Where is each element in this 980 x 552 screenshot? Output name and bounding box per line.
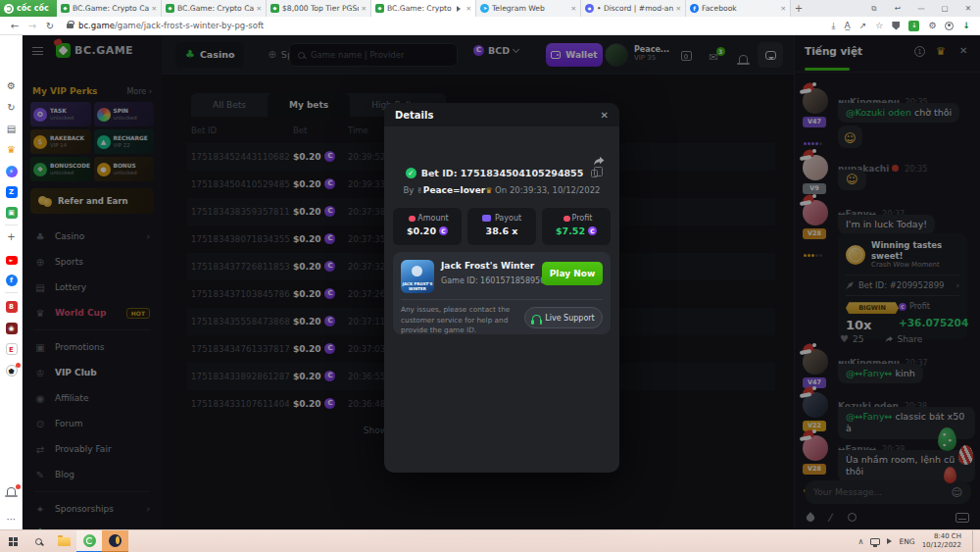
reading-list-icon[interactable]: ▤ bbox=[0, 124, 23, 134]
downloads-icon[interactable]: ↓ bbox=[962, 21, 970, 30]
sidebar-item-blog[interactable]: ✎Blog bbox=[23, 462, 162, 487]
app-taskbar-button[interactable] bbox=[102, 530, 128, 552]
chat-close-icon[interactable]: ✕ bbox=[959, 45, 967, 56]
start-button[interactable] bbox=[0, 530, 25, 552]
tip-coin-icon[interactable] bbox=[848, 513, 857, 522]
show-desktop-button[interactable] bbox=[972, 530, 976, 552]
notification-bell-icon[interactable] bbox=[0, 486, 23, 497]
tab-close-icon[interactable]: ✕ bbox=[152, 5, 157, 13]
soccer-ball-icon[interactable]: ⬟ bbox=[0, 365, 23, 376]
address-bar[interactable]: bc.game/game/jack-frost-s-winter-by-pg-s… bbox=[78, 21, 264, 30]
tab-close-icon[interactable]: ✕ bbox=[571, 5, 576, 13]
refer-and-earn-banner[interactable]: Refer and Earn bbox=[30, 188, 154, 214]
tab-my-bets[interactable]: My bets bbox=[268, 93, 350, 117]
tab-close-icon[interactable]: ✕ bbox=[257, 5, 262, 13]
share-icon[interactable]: ↗ bbox=[859, 21, 867, 30]
browser-tab[interactable]: • Discord | #mod-ann✕ bbox=[581, 0, 686, 17]
perk-recharge[interactable]: ▲RECHARGEVIP 22 bbox=[94, 129, 155, 154]
browser-tab-active[interactable]: BC.Game: Crypto Ca✕ bbox=[371, 0, 476, 17]
sidebar-item-world-cup[interactable]: ♛World CupHOT bbox=[23, 300, 162, 326]
sidebar-item-affiliate[interactable]: ◉Affiliate bbox=[23, 385, 162, 411]
hamburger-menu-icon[interactable] bbox=[32, 47, 43, 55]
crown-icon[interactable]: ♛ bbox=[0, 144, 23, 155]
close-button[interactable]: ✕ bbox=[956, 4, 980, 13]
sidebar-item-sponsorships[interactable]: ✦Sponsorships› bbox=[23, 496, 162, 522]
avatar[interactable] bbox=[803, 200, 828, 226]
tab-close-icon[interactable]: ✕ bbox=[676, 5, 681, 13]
messenger-icon[interactable]: ⚡ bbox=[0, 165, 23, 177]
live-support-button[interactable]: Live Support bbox=[524, 307, 603, 328]
coccoc-brand[interactable]: cốc cốc bbox=[0, 0, 57, 17]
sidebar-item-vip-club[interactable]: ♔VIP Club bbox=[23, 360, 162, 385]
perk-task[interactable]: ✪TASKunlocked bbox=[30, 102, 91, 126]
minimize-button[interactable]: — bbox=[909, 4, 933, 13]
avatar[interactable] bbox=[803, 155, 828, 180]
sidebar-item-promotions[interactable]: ▣Promotions bbox=[23, 334, 162, 360]
app-icon-e[interactable]: E bbox=[0, 343, 23, 355]
share-button[interactable]: Share bbox=[885, 334, 922, 344]
downloader-icon[interactable]: ↓ bbox=[908, 21, 919, 31]
play-now-button[interactable]: Play Now bbox=[542, 262, 603, 285]
bet-owner[interactable]: Peace=lover bbox=[423, 185, 485, 195]
avatar[interactable] bbox=[803, 392, 828, 418]
tab-close-icon[interactable]: ✕ bbox=[781, 5, 786, 13]
tab-close-icon[interactable]: ✕ bbox=[466, 5, 471, 13]
leaderboard-trophy-icon[interactable] bbox=[936, 45, 946, 58]
browser-tab[interactable]: $8,000 Top Tier PGSoft: M✕ bbox=[267, 0, 371, 17]
new-tab-button[interactable]: + bbox=[791, 0, 807, 17]
taskbar-search[interactable] bbox=[25, 530, 51, 552]
history-icon[interactable]: ↻ bbox=[0, 102, 23, 113]
slash-command-icon[interactable]: / bbox=[828, 512, 831, 523]
reload-button[interactable]: ↻ bbox=[41, 21, 59, 31]
session-restore-icon[interactable]: ↩ bbox=[886, 4, 909, 13]
bookmark-star-icon[interactable]: ☆ bbox=[875, 21, 883, 30]
save-page-icon[interactable]: ⤓ bbox=[832, 21, 836, 31]
sidebar-item-forum[interactable]: ⊙Forum bbox=[23, 411, 162, 436]
chat-language[interactable]: Tiếng việt bbox=[805, 45, 862, 57]
mention-link[interactable]: @↔Fany↔ bbox=[846, 411, 892, 422]
perk-spin[interactable]: SPINunlocked bbox=[94, 102, 155, 126]
adblock-shield-icon[interactable] bbox=[892, 22, 900, 30]
facebook-icon[interactable]: f bbox=[0, 274, 23, 286]
chat-input-box[interactable] bbox=[805, 480, 971, 504]
mention-link[interactable]: @↔Fany↔ bbox=[846, 368, 892, 378]
coin-rain-icon[interactable] bbox=[805, 512, 815, 523]
chat-rules-icon[interactable] bbox=[914, 46, 925, 57]
reaction-bubble[interactable] bbox=[838, 125, 862, 148]
win-card-bet-id[interactable]: Bet ID: #209952899› bbox=[846, 275, 959, 296]
chat-message-input[interactable] bbox=[813, 487, 952, 497]
app-icon-photo[interactable]: ◉ bbox=[0, 322, 23, 334]
sidebar-item-lottery[interactable]: ▤Lottery bbox=[23, 275, 162, 300]
bcgame-logo[interactable]: BC.GAME bbox=[56, 43, 133, 58]
avatar[interactable] bbox=[803, 435, 828, 461]
zalo-icon[interactable]: Z bbox=[0, 185, 23, 198]
file-explorer-button[interactable] bbox=[51, 530, 76, 552]
tab-audio-icon[interactable] bbox=[457, 6, 464, 12]
translate-icon[interactable]: A̲ bbox=[845, 21, 851, 30]
perk-bonuscode[interactable]: ❖BONUSCODEunlocked bbox=[30, 157, 91, 181]
modal-close-icon[interactable]: ✕ bbox=[601, 110, 609, 121]
youtube-icon[interactable]: ► bbox=[0, 253, 23, 265]
browser-tab[interactable]: Telegram Web✕ bbox=[476, 0, 581, 17]
settings-gear-icon[interactable]: ⚙ bbox=[0, 80, 23, 91]
media-panel-icon[interactable]: ⧉ bbox=[862, 4, 886, 14]
tab-close-icon[interactable]: ✕ bbox=[362, 5, 367, 13]
add-shortcut-icon[interactable]: + bbox=[0, 231, 23, 242]
like-button[interactable]: ♥25 bbox=[840, 333, 863, 344]
perk-rakeback[interactable]: $RAKEBACKVIP 14 bbox=[30, 129, 91, 154]
vip-perks-more[interactable]: More › bbox=[126, 87, 152, 96]
app-icon-red[interactable]: 8 bbox=[0, 300, 23, 313]
gif-keyboard-icon[interactable] bbox=[956, 513, 969, 523]
more-icon[interactable]: ⋯ bbox=[0, 514, 23, 525]
maximize-button[interactable]: ▢ bbox=[933, 4, 956, 13]
browser-tab[interactable]: Facebook✕ bbox=[686, 0, 791, 17]
browser-tab[interactable]: BC.Game: Crypto Casino✕ bbox=[57, 0, 162, 17]
language-indicator[interactable]: ENG bbox=[899, 537, 914, 546]
tab-all-bets[interactable]: All Bets bbox=[191, 93, 268, 117]
back-button[interactable]: ← bbox=[6, 21, 24, 31]
sidebar-item-provably-fair[interactable]: ⇄Provably Fair bbox=[23, 436, 162, 462]
clock[interactable]: 8:40 CH10/12/2022 bbox=[922, 532, 965, 550]
game-thumbnail[interactable] bbox=[401, 260, 434, 293]
mention-link[interactable]: @Kozuki oden bbox=[846, 107, 911, 118]
emoji-picker-icon[interactable] bbox=[952, 486, 962, 499]
